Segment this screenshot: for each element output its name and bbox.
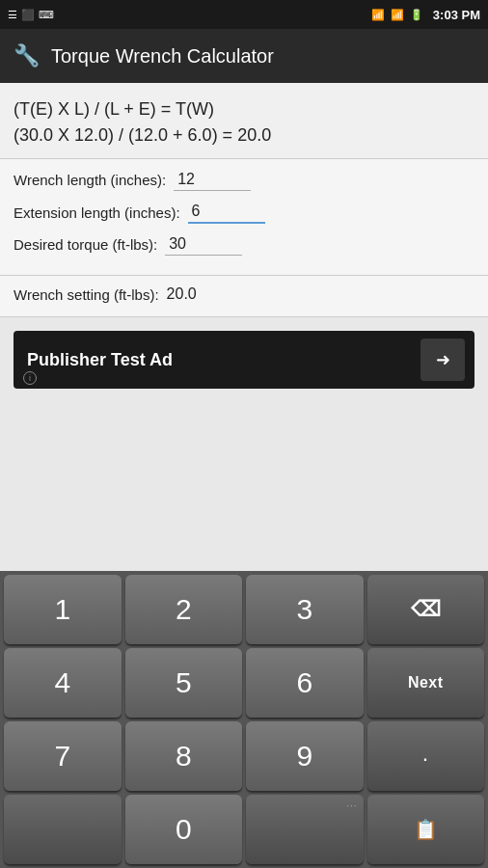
key-0[interactable]: 0 — [125, 795, 243, 864]
keyboard-row-4: 0 ··· 📋 — [4, 795, 484, 864]
key-6[interactable]: 6 — [246, 648, 364, 718]
key-3[interactable]: 3 — [246, 575, 364, 644]
formula-line1: (T(E) X L) / (L + E) = T(W) — [14, 96, 474, 122]
ad-arrow-button[interactable]: ➜ — [420, 339, 465, 381]
key-7[interactable]: 7 — [4, 721, 122, 791]
result-label: Wrench setting (ft-lbs): — [14, 286, 159, 303]
key-5[interactable]: 5 — [125, 648, 243, 718]
title-bar: 🔧 Torque Wrench Calculator — [0, 29, 488, 83]
result-area: Wrench setting (ft-lbs): 20.0 — [0, 276, 488, 317]
app-icon: 🔧 — [14, 43, 40, 68]
notification-icon: ☰ — [8, 9, 17, 21]
key-8[interactable]: 8 — [125, 721, 243, 791]
key-4[interactable]: 4 — [4, 648, 122, 718]
key-clipboard[interactable]: 📋 — [367, 795, 485, 864]
extension-length-row: Extension length (inches): — [14, 201, 474, 224]
result-value: 20.0 — [167, 285, 197, 303]
keyboard-row-2: 4 5 6 Next — [4, 648, 484, 718]
status-icons-left: ☰ ⬛ ⌨ — [8, 0, 54, 29]
result-row: Wrench setting (ft-lbs): 20.0 — [14, 285, 474, 303]
app-title: Torque Wrench Calculator — [51, 45, 274, 68]
wrench-length-label: Wrench length (inches): — [14, 172, 166, 188]
dots-indicator: ··· — [346, 800, 357, 811]
key-empty-left — [4, 795, 122, 864]
screenshot-icon: ⬛ — [21, 9, 35, 21]
battery-icon: 🔋 — [410, 9, 423, 21]
key-empty-right: ··· — [246, 795, 364, 864]
signal-icon: 📶 — [391, 9, 404, 21]
keyboard-row-3: 7 8 9 . — [4, 721, 484, 791]
ad-info-icon[interactable]: i — [23, 371, 37, 385]
desired-torque-input[interactable] — [165, 233, 242, 256]
wifi-icon: 📶 — [371, 9, 385, 21]
desired-torque-row: Desired torque (ft-lbs): — [14, 233, 474, 256]
key-next[interactable]: Next — [367, 648, 485, 718]
wrench-length-row: Wrench length (inches): — [14, 169, 474, 191]
keyboard-row-1: 1 2 3 ⌫ — [4, 575, 484, 644]
key-9[interactable]: 9 — [246, 721, 364, 791]
status-bar: ☰ ⬛ ⌨ 📶 📶 🔋 3:03 PM — [0, 0, 488, 29]
status-time: 3:03 PM — [433, 8, 480, 22]
wrench-length-input[interactable] — [174, 169, 251, 191]
formula-line2: (30.0 X 12.0) / (12.0 + 6.0) = 20.0 — [14, 122, 474, 149]
extension-length-input[interactable] — [188, 201, 265, 224]
ad-banner[interactable]: Publisher Test Ad i ➜ — [14, 331, 474, 389]
key-1[interactable]: 1 — [4, 575, 122, 644]
desired-torque-label: Desired torque (ft-lbs): — [14, 236, 157, 253]
ad-text: Publisher Test Ad — [27, 350, 173, 370]
ad-arrow-icon: ➜ — [436, 349, 450, 370]
key-2[interactable]: 2 — [125, 575, 243, 644]
extension-length-label: Extension length (inches): — [14, 204, 180, 221]
formula-area: (T(E) X L) / (L + E) = T(W) (30.0 X 12.0… — [0, 83, 488, 159]
inputs-area: Wrench length (inches): Extension length… — [0, 159, 488, 276]
keyboard-icon: ⌨ — [39, 9, 54, 21]
key-backspace[interactable]: ⌫ — [367, 575, 485, 644]
keyboard: 1 2 3 ⌫ 4 5 6 Next 7 8 9 . 0 ··· 📋 — [0, 571, 488, 868]
key-period[interactable]: . — [367, 721, 485, 791]
